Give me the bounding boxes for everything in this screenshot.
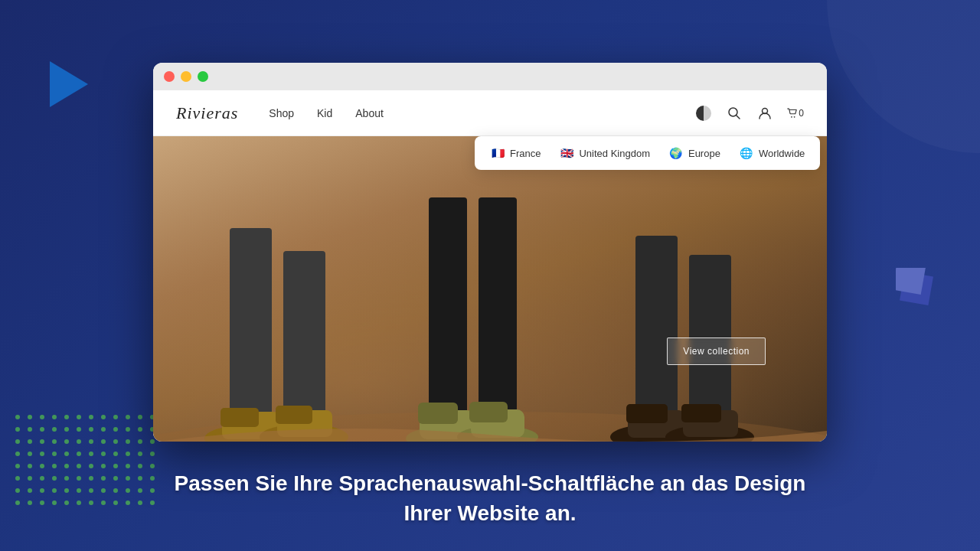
region-item-france[interactable]: 🇫🇷 France — [490, 145, 541, 161]
decorative-triangle — [50, 61, 92, 114]
france-flag-icon: 🇫🇷 — [490, 145, 505, 161]
svg-rect-17 — [429, 197, 467, 427]
svg-rect-29 — [626, 404, 668, 423]
svg-rect-9 — [230, 228, 272, 427]
shoes-scene — [153, 136, 827, 442]
europe-flag-icon: 🌍 — [668, 145, 684, 161]
traffic-light-yellow[interactable] — [181, 71, 191, 82]
region-item-uk[interactable]: 🇬🇧 United Kingdom — [559, 145, 650, 161]
theme-toggle-icon[interactable] — [695, 105, 712, 122]
cart-icon[interactable]: 0 — [787, 105, 804, 122]
svg-rect-24 — [469, 402, 508, 422]
svg-rect-32 — [681, 404, 721, 422]
traffic-light-red[interactable] — [164, 71, 175, 82]
region-dropdown: 🇫🇷 France 🇬🇧 United Kingdom 🌍 Europe 🌐 W… — [475, 136, 820, 170]
browser-titlebar — [153, 63, 827, 90]
svg-rect-10 — [283, 251, 325, 427]
hero-section: View collection — [153, 136, 827, 442]
nav-links: Shop Kid About — [269, 107, 695, 119]
svg-line-4 — [737, 115, 740, 119]
nav-link-shop[interactable]: Shop — [269, 107, 294, 119]
svg-point-6 — [791, 116, 792, 117]
region-item-europe[interactable]: 🌍 Europe — [668, 145, 720, 161]
bottom-caption-line2: Ihrer Website an. — [0, 498, 980, 528]
svg-rect-25 — [635, 236, 678, 427]
svg-marker-0 — [50, 61, 88, 107]
svg-point-7 — [794, 116, 795, 117]
nav-actions: 0 — [695, 105, 804, 122]
nav-link-kid[interactable]: Kid — [317, 107, 332, 119]
france-label: France — [510, 148, 541, 159]
brand-logo[interactable]: Rivieras — [176, 103, 238, 123]
view-collection-button[interactable]: View collection — [667, 337, 766, 365]
uk-flag-icon: 🇬🇧 — [559, 145, 574, 161]
background-shape-top-right — [827, 0, 980, 153]
region-item-worldwide[interactable]: 🌐 Worldwide — [739, 145, 805, 161]
europe-label: Europe — [688, 148, 720, 159]
svg-rect-2 — [896, 268, 926, 295]
browser-content: Rivieras Shop Kid About — [153, 90, 827, 442]
search-icon[interactable] — [726, 105, 743, 122]
svg-rect-13 — [220, 408, 259, 427]
navbar: Rivieras Shop Kid About — [153, 90, 827, 136]
user-icon[interactable] — [756, 105, 773, 122]
worldwide-label: Worldwide — [759, 148, 805, 159]
cart-count: 0 — [799, 108, 804, 119]
svg-rect-21 — [418, 403, 458, 424]
uk-label: United Kingdom — [579, 148, 650, 159]
svg-rect-18 — [479, 197, 517, 427]
traffic-light-green[interactable] — [198, 71, 208, 82]
svg-rect-16 — [276, 406, 312, 424]
hero-background: View collection — [153, 136, 827, 442]
bottom-caption-line1: Passen Sie Ihre Sprachenauswahl-Schaltfl… — [0, 468, 980, 498]
worldwide-flag-icon: 🌐 — [739, 145, 754, 161]
decorative-cube — [896, 268, 938, 313]
bottom-caption: Passen Sie Ihre Sprachenauswahl-Schaltfl… — [0, 468, 980, 528]
nav-link-about[interactable]: About — [355, 107, 384, 119]
browser-window: Rivieras Shop Kid About — [153, 63, 827, 442]
